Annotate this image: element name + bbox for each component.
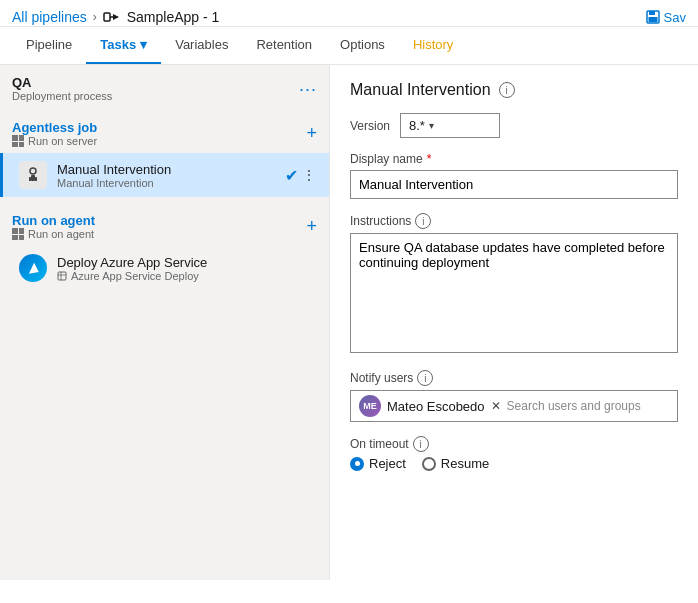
- radio-reject[interactable]: Reject: [350, 456, 406, 471]
- tab-tasks[interactable]: Tasks ▾: [86, 27, 161, 64]
- section-divider: [0, 197, 329, 205]
- svg-point-6: [30, 168, 36, 174]
- remove-user-mateo[interactable]: ✕: [491, 399, 501, 413]
- pipeline-icon: [103, 8, 121, 26]
- azure-triangle: [27, 262, 39, 274]
- notify-users-label-row: Notify users i: [350, 370, 678, 386]
- user-name-mateo: Mateo Escobedo: [387, 399, 485, 414]
- display-name-label: Display name *: [350, 152, 678, 166]
- breadcrumb-separator: ›: [93, 10, 97, 24]
- pipeline-title: SampleApp - 1: [103, 8, 220, 26]
- run-on-agent-sub: Run on agent: [12, 228, 95, 240]
- instructions-info-icon[interactable]: i: [415, 213, 431, 229]
- notify-search-placeholder[interactable]: Search users and groups: [507, 399, 641, 413]
- version-value: 8.*: [409, 118, 425, 133]
- display-name-required: *: [427, 152, 432, 166]
- notify-users-container[interactable]: ME Mateo Escobedo ✕ Search users and gro…: [350, 390, 678, 422]
- svg-marker-2: [113, 14, 119, 20]
- agentless-job-title[interactable]: Agentless job: [12, 120, 97, 135]
- main: QA Deployment process ··· Agentless job …: [0, 65, 698, 580]
- tab-variables[interactable]: Variables: [161, 27, 242, 64]
- on-timeout-row: On timeout i Reject Resume: [350, 436, 678, 471]
- agentless-job-sub: Run on server: [12, 135, 97, 147]
- add-agent-task-button[interactable]: +: [306, 216, 317, 237]
- manual-intervention-sub: Manual Intervention: [57, 177, 275, 189]
- job-group-agentless: Agentless job Run on server +: [0, 112, 329, 197]
- instructions-textarea[interactable]: Ensure QA database updates have complete…: [350, 233, 678, 353]
- azure-app-service-icon: [19, 254, 47, 282]
- version-chevron: ▾: [429, 120, 434, 131]
- deploy-azure-info: Deploy Azure App Service Azure App Servi…: [57, 255, 317, 282]
- svg-rect-4: [649, 11, 655, 15]
- task-menu-icon[interactable]: ⋮: [302, 167, 317, 183]
- left-panel: QA Deployment process ··· Agentless job …: [0, 65, 330, 580]
- title-info-icon[interactable]: i: [499, 82, 515, 98]
- job-group-agentless-header: Agentless job Run on server +: [0, 112, 329, 153]
- job-group-agent-header: Run on agent Run on agent +: [0, 205, 329, 246]
- radio-resume-label: Resume: [441, 456, 489, 471]
- version-select[interactable]: 8.* ▾: [400, 113, 500, 138]
- server-icon: [12, 135, 24, 147]
- manual-intervention-icon: [19, 161, 47, 189]
- manual-icon: [23, 165, 43, 185]
- instructions-row: Instructions i Ensure QA database update…: [350, 213, 678, 356]
- on-timeout-label-row: On timeout i: [350, 436, 678, 452]
- tab-tasks-chevron: ▾: [140, 37, 147, 52]
- svg-rect-9: [35, 177, 37, 181]
- svg-rect-7: [31, 175, 35, 181]
- panel-title: Manual Intervention i: [350, 81, 678, 99]
- tab-pipeline[interactable]: Pipeline: [12, 27, 86, 64]
- tab-history[interactable]: History: [399, 27, 467, 64]
- notify-users-row: Notify users i ME Mateo Escobedo ✕ Searc…: [350, 370, 678, 422]
- stage-menu-button[interactable]: ···: [299, 80, 317, 98]
- panel-title-text: Manual Intervention: [350, 81, 491, 99]
- job-group-run-on-agent: Run on agent Run on agent + Deploy Azure…: [0, 205, 329, 290]
- user-avatar-mateo: ME: [359, 395, 381, 417]
- add-agentless-task-button[interactable]: +: [306, 123, 317, 144]
- save-button[interactable]: Sav: [646, 10, 686, 25]
- stage-info: QA Deployment process: [12, 75, 112, 102]
- instructions-label-row: Instructions i: [350, 213, 678, 229]
- header: All pipelines › SampleApp - 1 Sav: [0, 0, 698, 27]
- tab-retention[interactable]: Retention: [242, 27, 326, 64]
- display-name-row: Display name *: [350, 152, 678, 199]
- version-label: Version: [350, 119, 390, 133]
- radio-reject-label: Reject: [369, 456, 406, 471]
- manual-task-actions: ✔ ⋮: [285, 166, 317, 185]
- instructions-label: Instructions: [350, 214, 411, 228]
- radio-reject-circle: [350, 457, 364, 471]
- tab-options[interactable]: Options: [326, 27, 399, 64]
- header-left: All pipelines › SampleApp - 1: [12, 8, 219, 26]
- agent-icon: [12, 228, 24, 240]
- deploy-sub-icon: [57, 271, 67, 281]
- save-label: Sav: [664, 10, 686, 25]
- right-panel: Manual Intervention i Version 8.* ▾ Disp…: [330, 65, 698, 580]
- stage-sub: Deployment process: [12, 90, 112, 102]
- nav-tabs: Pipeline Tasks ▾ Variables Retention Opt…: [0, 27, 698, 65]
- svg-rect-8: [29, 177, 31, 181]
- deploy-azure-name: Deploy Azure App Service: [57, 255, 317, 270]
- svg-rect-5: [648, 17, 657, 22]
- breadcrumb-all-pipelines[interactable]: All pipelines: [12, 9, 87, 25]
- tab-tasks-label: Tasks: [100, 37, 136, 52]
- stage-name: QA: [12, 75, 112, 90]
- run-on-agent-title[interactable]: Run on agent: [12, 213, 95, 228]
- display-name-input[interactable]: [350, 170, 678, 199]
- manual-intervention-name: Manual Intervention: [57, 162, 275, 177]
- radio-resume-circle: [422, 457, 436, 471]
- timeout-radio-group: Reject Resume: [350, 456, 678, 471]
- on-timeout-label: On timeout: [350, 437, 409, 451]
- save-icon: [646, 10, 660, 24]
- notify-info-icon[interactable]: i: [417, 370, 433, 386]
- pipeline-name: SampleApp - 1: [127, 9, 220, 25]
- manual-intervention-info: Manual Intervention Manual Intervention: [57, 162, 275, 189]
- task-check-icon: ✔: [285, 166, 298, 185]
- deploy-azure-sub: Azure App Service Deploy: [57, 270, 317, 282]
- task-manual-intervention[interactable]: Manual Intervention Manual Intervention …: [0, 153, 329, 197]
- user-chip-mateo: ME Mateo Escobedo ✕: [359, 395, 501, 417]
- notify-users-label: Notify users: [350, 371, 413, 385]
- timeout-info-icon[interactable]: i: [413, 436, 429, 452]
- task-deploy-azure[interactable]: Deploy Azure App Service Azure App Servi…: [0, 246, 329, 290]
- version-row: Version 8.* ▾: [350, 113, 678, 138]
- radio-resume[interactable]: Resume: [422, 456, 489, 471]
